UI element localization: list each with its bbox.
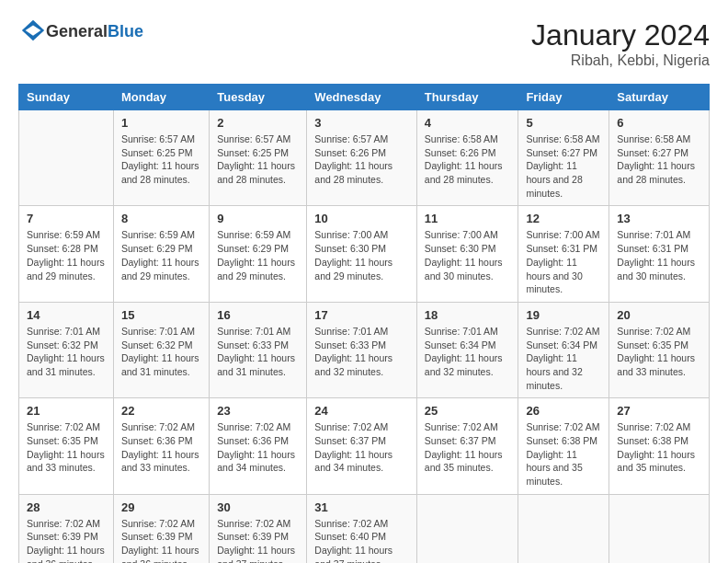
day-info: Sunrise: 7:02 AMSunset: 6:34 PMDaylight:… xyxy=(526,325,601,392)
day-number: 14 xyxy=(27,308,106,322)
day-info: Sunrise: 6:58 AMSunset: 6:27 PMDaylight:… xyxy=(617,132,701,187)
calendar-cell: 11Sunrise: 7:00 AMSunset: 6:30 PMDayligh… xyxy=(416,206,518,302)
day-number: 16 xyxy=(217,308,299,322)
calendar-cell: 17Sunrise: 7:01 AMSunset: 6:33 PMDayligh… xyxy=(307,302,417,397)
calendar-cell: 23Sunrise: 7:02 AMSunset: 6:36 PMDayligh… xyxy=(210,398,307,494)
header-thursday: Thursday xyxy=(416,85,518,110)
title-area: January 2024 Ribah, Kebbi, Nigeria xyxy=(531,18,710,69)
day-info: Sunrise: 7:02 AMSunset: 6:40 PMDaylight:… xyxy=(314,517,409,563)
calendar-cell: 9Sunrise: 6:59 AMSunset: 6:29 PMDaylight… xyxy=(210,206,307,302)
calendar-cell: 4Sunrise: 6:58 AMSunset: 6:26 PMDaylight… xyxy=(416,110,518,206)
day-number: 20 xyxy=(617,308,701,322)
day-info: Sunrise: 7:01 AMSunset: 6:33 PMDaylight:… xyxy=(314,325,409,379)
day-number: 3 xyxy=(314,116,409,130)
logo: GeneralBlue xyxy=(18,18,143,44)
calendar-cell: 30Sunrise: 7:02 AMSunset: 6:39 PMDayligh… xyxy=(210,494,307,563)
week-row-0: 1Sunrise: 6:57 AMSunset: 6:25 PMDaylight… xyxy=(19,110,710,206)
day-number: 19 xyxy=(526,308,601,322)
day-info: Sunrise: 7:00 AMSunset: 6:30 PMDaylight:… xyxy=(425,228,511,282)
day-number: 9 xyxy=(217,212,299,225)
day-number: 2 xyxy=(217,116,299,130)
header-row: SundayMondayTuesdayWednesdayThursdayFrid… xyxy=(19,85,710,110)
calendar-cell: 2Sunrise: 6:57 AMSunset: 6:25 PMDaylight… xyxy=(210,110,307,206)
day-number: 22 xyxy=(121,404,201,418)
calendar-cell: 26Sunrise: 7:02 AMSunset: 6:38 PMDayligh… xyxy=(518,398,609,494)
week-row-3: 21Sunrise: 7:02 AMSunset: 6:35 PMDayligh… xyxy=(19,398,710,494)
day-info: Sunrise: 7:02 AMSunset: 6:37 PMDaylight:… xyxy=(314,420,409,475)
day-info: Sunrise: 7:00 AMSunset: 6:30 PMDaylight:… xyxy=(314,228,409,282)
day-info: Sunrise: 7:00 AMSunset: 6:31 PMDaylight:… xyxy=(526,228,601,295)
day-info: Sunrise: 7:02 AMSunset: 6:36 PMDaylight:… xyxy=(217,420,299,475)
week-row-4: 28Sunrise: 7:02 AMSunset: 6:39 PMDayligh… xyxy=(19,494,710,563)
week-row-2: 14Sunrise: 7:01 AMSunset: 6:32 PMDayligh… xyxy=(19,302,710,397)
calendar-title: January 2024 xyxy=(531,18,710,52)
calendar-cell: 13Sunrise: 7:01 AMSunset: 6:31 PMDayligh… xyxy=(609,206,710,302)
calendar-cell: 18Sunrise: 7:01 AMSunset: 6:34 PMDayligh… xyxy=(416,302,518,397)
calendar-cell xyxy=(518,494,609,563)
calendar-subtitle: Ribah, Kebbi, Nigeria xyxy=(531,52,710,69)
header-saturday: Saturday xyxy=(609,85,710,110)
day-number: 15 xyxy=(121,308,201,322)
day-info: Sunrise: 7:02 AMSunset: 6:38 PMDaylight:… xyxy=(526,420,601,488)
calendar-cell: 5Sunrise: 6:58 AMSunset: 6:27 PMDaylight… xyxy=(518,110,609,206)
day-number: 7 xyxy=(27,212,106,225)
day-info: Sunrise: 7:01 AMSunset: 6:32 PMDaylight:… xyxy=(121,325,201,379)
day-info: Sunrise: 6:57 AMSunset: 6:26 PMDaylight:… xyxy=(314,132,409,187)
day-number: 29 xyxy=(121,500,201,514)
calendar-cell: 22Sunrise: 7:02 AMSunset: 6:36 PMDayligh… xyxy=(113,398,209,494)
page-header: GeneralBlue January 2024 Ribah, Kebbi, N… xyxy=(18,18,710,69)
day-info: Sunrise: 6:57 AMSunset: 6:25 PMDaylight:… xyxy=(217,132,299,187)
day-info: Sunrise: 7:01 AMSunset: 6:31 PMDaylight:… xyxy=(617,228,701,282)
calendar-cell: 16Sunrise: 7:01 AMSunset: 6:33 PMDayligh… xyxy=(210,302,307,397)
day-info: Sunrise: 7:01 AMSunset: 6:34 PMDaylight:… xyxy=(425,325,511,379)
day-info: Sunrise: 6:59 AMSunset: 6:29 PMDaylight:… xyxy=(121,228,201,282)
day-number: 27 xyxy=(617,404,701,418)
calendar-cell xyxy=(19,110,114,206)
day-number: 1 xyxy=(121,116,201,130)
day-info: Sunrise: 7:01 AMSunset: 6:33 PMDaylight:… xyxy=(217,325,299,379)
day-number: 23 xyxy=(217,404,299,418)
day-number: 28 xyxy=(27,500,106,514)
calendar-cell: 27Sunrise: 7:02 AMSunset: 6:38 PMDayligh… xyxy=(609,398,710,494)
calendar-cell: 24Sunrise: 7:02 AMSunset: 6:37 PMDayligh… xyxy=(307,398,417,494)
day-number: 11 xyxy=(425,212,511,225)
week-row-1: 7Sunrise: 6:59 AMSunset: 6:28 PMDaylight… xyxy=(19,206,710,302)
calendar-cell: 1Sunrise: 6:57 AMSunset: 6:25 PMDaylight… xyxy=(113,110,209,206)
day-number: 26 xyxy=(526,404,601,418)
day-number: 17 xyxy=(314,308,409,322)
day-info: Sunrise: 7:02 AMSunset: 6:36 PMDaylight:… xyxy=(121,420,201,475)
calendar-cell: 28Sunrise: 7:02 AMSunset: 6:39 PMDayligh… xyxy=(19,494,114,563)
day-number: 10 xyxy=(314,212,409,225)
logo-blue: Blue xyxy=(108,22,143,40)
day-info: Sunrise: 7:02 AMSunset: 6:35 PMDaylight:… xyxy=(617,325,701,379)
day-info: Sunrise: 6:58 AMSunset: 6:27 PMDaylight:… xyxy=(526,132,601,200)
day-info: Sunrise: 7:02 AMSunset: 6:39 PMDaylight:… xyxy=(27,517,106,563)
header-monday: Monday xyxy=(113,85,209,110)
day-number: 25 xyxy=(425,404,511,418)
day-info: Sunrise: 7:02 AMSunset: 6:39 PMDaylight:… xyxy=(121,517,201,563)
calendar-cell: 29Sunrise: 7:02 AMSunset: 6:39 PMDayligh… xyxy=(113,494,209,563)
day-info: Sunrise: 7:02 AMSunset: 6:35 PMDaylight:… xyxy=(27,420,106,475)
header-tuesday: Tuesday xyxy=(210,85,307,110)
day-number: 6 xyxy=(617,116,701,130)
day-info: Sunrise: 6:59 AMSunset: 6:29 PMDaylight:… xyxy=(217,228,299,282)
day-number: 24 xyxy=(314,404,409,418)
calendar-cell: 31Sunrise: 7:02 AMSunset: 6:40 PMDayligh… xyxy=(307,494,417,563)
day-info: Sunrise: 6:59 AMSunset: 6:28 PMDaylight:… xyxy=(27,228,106,282)
calendar-cell: 21Sunrise: 7:02 AMSunset: 6:35 PMDayligh… xyxy=(19,398,114,494)
calendar-cell: 3Sunrise: 6:57 AMSunset: 6:26 PMDaylight… xyxy=(307,110,417,206)
calendar-cell: 15Sunrise: 7:01 AMSunset: 6:32 PMDayligh… xyxy=(113,302,209,397)
header-wednesday: Wednesday xyxy=(307,85,417,110)
header-friday: Friday xyxy=(518,85,609,110)
day-number: 4 xyxy=(425,116,511,130)
day-number: 13 xyxy=(617,212,701,225)
calendar-cell: 10Sunrise: 7:00 AMSunset: 6:30 PMDayligh… xyxy=(307,206,417,302)
calendar-cell: 20Sunrise: 7:02 AMSunset: 6:35 PMDayligh… xyxy=(609,302,710,397)
day-info: Sunrise: 7:02 AMSunset: 6:37 PMDaylight:… xyxy=(425,420,511,475)
calendar-header: SundayMondayTuesdayWednesdayThursdayFrid… xyxy=(19,85,710,110)
calendar-cell xyxy=(609,494,710,563)
day-number: 8 xyxy=(121,212,201,225)
day-info: Sunrise: 7:02 AMSunset: 6:38 PMDaylight:… xyxy=(617,420,701,475)
day-number: 18 xyxy=(425,308,511,322)
calendar-cell: 12Sunrise: 7:00 AMSunset: 6:31 PMDayligh… xyxy=(518,206,609,302)
